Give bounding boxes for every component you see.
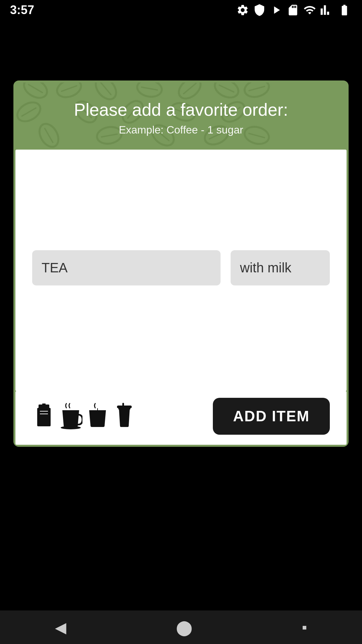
- svg-point-5: [61, 426, 81, 429]
- sd-card-icon: [287, 4, 299, 16]
- tea-bag-icon: [86, 403, 109, 430]
- dialog-title: Please add a favorite order:: [74, 99, 288, 120]
- coffee-icons: [32, 403, 136, 430]
- dialog-bottom: ADD ITEM: [15, 391, 347, 445]
- play-icon: [270, 4, 283, 16]
- item-name-input[interactable]: [32, 250, 221, 285]
- signal-icon: [320, 4, 333, 16]
- battery-icon: [337, 4, 352, 16]
- svg-rect-1: [39, 405, 49, 409]
- home-button[interactable]: ⬤: [176, 619, 192, 636]
- svg-rect-10: [122, 403, 124, 410]
- shield-icon: [253, 4, 266, 16]
- iced-cup-icon: [32, 403, 56, 430]
- takeout-cup-icon: [113, 403, 136, 430]
- hot-coffee-icon: [59, 403, 82, 430]
- bottom-nav: ◀ ⬤ ▪: [0, 610, 362, 644]
- back-button[interactable]: ◀: [55, 619, 66, 636]
- status-time: 3:57: [10, 3, 34, 17]
- recents-button[interactable]: ▪: [302, 619, 307, 636]
- settings-icon: [236, 4, 249, 16]
- dialog-content: [15, 150, 347, 391]
- item-detail-input[interactable]: [231, 250, 330, 285]
- input-row: [32, 250, 330, 285]
- svg-rect-9: [118, 408, 130, 410]
- add-item-button[interactable]: ADD ITEM: [213, 398, 330, 435]
- dialog-wrapper: Please add a favorite order: Example: Co…: [13, 80, 349, 447]
- status-icons: [236, 4, 352, 16]
- svg-rect-7: [95, 416, 100, 421]
- wifi-icon: [303, 4, 316, 16]
- status-bar: 3:57: [0, 0, 362, 20]
- dialog-header: Please add a favorite order: Example: Co…: [15, 83, 347, 150]
- svg-rect-0: [37, 408, 51, 426]
- svg-rect-4: [42, 404, 46, 405]
- dialog-subtitle: Example: Coffee - 1 sugar: [119, 124, 243, 136]
